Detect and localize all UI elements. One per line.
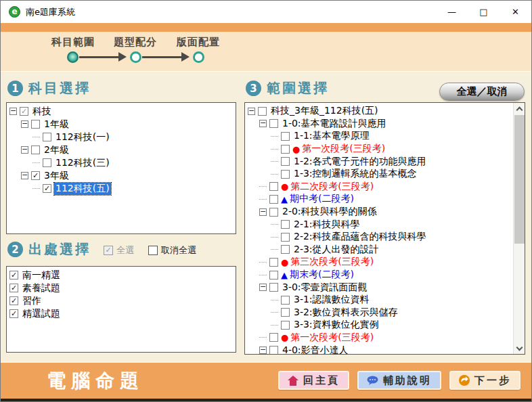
next-step-button[interactable]: 下一步 (449, 371, 520, 390)
source-list-item[interactable]: ✓ 習作 (7, 294, 236, 307)
expander-icon[interactable] (259, 262, 267, 263)
checkbox[interactable] (269, 271, 278, 280)
scroll-down-icon[interactable] (514, 342, 525, 354)
tree-label[interactable]: 112科技(三) (54, 157, 111, 169)
range-tree-row[interactable]: − 科技_3年級_112科技(五) (245, 105, 513, 118)
expander-icon[interactable] (32, 137, 40, 137)
range-tree-row[interactable]: 1-1:基本電學原理 (245, 130, 513, 143)
maximize-icon[interactable]: □ (468, 1, 500, 23)
checkbox[interactable] (281, 157, 290, 166)
select-all-toggle-button[interactable]: 全選／取消 (439, 83, 525, 101)
expander-icon[interactable] (271, 149, 278, 150)
range-tree-row[interactable]: ● 第二次段考(三段考) (245, 181, 513, 194)
checkbox[interactable] (269, 283, 278, 292)
tree-label[interactable]: 第二次段考(三段考) (289, 181, 375, 193)
subject-tree-row[interactable]: 112科技(三) (7, 156, 236, 169)
expander-icon[interactable] (32, 162, 40, 163)
expander-icon[interactable]: − (259, 347, 267, 354)
deselect-all-checkbox[interactable] (148, 246, 158, 255)
tree-label[interactable]: 科技_3年級_112科技(五) (269, 105, 380, 117)
checkbox[interactable]: ✓ (20, 107, 28, 116)
tree-label[interactable]: 第一次段考(三段考) (301, 143, 386, 155)
subject-tree-row[interactable]: − ✓ 3年級 (7, 169, 236, 182)
scrollbar[interactable] (513, 103, 525, 354)
expander-icon[interactable] (271, 237, 278, 238)
checkbox[interactable] (269, 195, 278, 204)
step-circle-2[interactable] (130, 51, 141, 63)
expander-icon[interactable]: − (21, 120, 28, 128)
tree-label[interactable]: 1-1:基本電學原理 (292, 130, 371, 142)
range-tree-row[interactable]: ● 第一次段考(三段考) (245, 332, 513, 344)
tree-label[interactable]: 2-0:科技與科學的關係 (281, 206, 378, 218)
subject-tree-row[interactable]: − 1年級 (7, 118, 236, 131)
source-label[interactable]: 素養試題 (21, 282, 62, 294)
tree-label[interactable]: 2-1:科技與科學 (292, 219, 361, 231)
range-tree-row[interactable]: 2-2:科技產品蘊含的科技與科學 (245, 231, 513, 244)
expander-icon[interactable] (259, 199, 267, 200)
scroll-up-icon[interactable] (514, 103, 525, 114)
checkbox[interactable] (281, 145, 290, 154)
help-button[interactable]: 輔助說明 (357, 371, 441, 390)
range-tree-row[interactable]: ▲ 期末考(二段考) (245, 269, 513, 282)
tree-label[interactable]: 3-0:零壹資訊面面觀 (281, 282, 369, 294)
tree-label[interactable]: 1-3:控制邏輯系統的基本概念 (292, 168, 418, 180)
checkbox[interactable] (281, 308, 290, 317)
expander-icon[interactable]: − (248, 108, 255, 115)
expander-icon[interactable] (271, 249, 278, 250)
tree-label[interactable]: 1年級 (43, 118, 70, 131)
tree-label[interactable]: 112科技(五) (54, 183, 111, 195)
tree-label[interactable]: 科技 (31, 106, 53, 118)
home-button[interactable]: 回主頁 (278, 371, 349, 390)
tree-label[interactable]: 期末考(二段考) (288, 269, 355, 281)
checkbox[interactable] (281, 220, 290, 229)
source-label[interactable]: 習作 (21, 295, 43, 307)
range-tree-row[interactable]: − 3-0:零壹資訊面面觀 (245, 281, 513, 294)
checkbox[interactable] (269, 208, 278, 217)
tree-label[interactable]: 3-3:資料數位化實例 (292, 319, 380, 331)
checkbox[interactable] (269, 119, 278, 128)
subject-tree-row[interactable]: ✓ 112科技(五) (7, 182, 236, 195)
source-list-item[interactable]: ✓ 精選試題 (7, 307, 236, 320)
range-tree-row[interactable]: 3-2:數位資料表示與儲存 (245, 307, 513, 319)
expander-icon[interactable]: − (259, 120, 267, 127)
tree-label[interactable]: 1-2:各式電子元件的功能與應用 (292, 156, 428, 168)
expander-icon[interactable] (32, 188, 40, 189)
range-tree-row[interactable]: 3-3:資料數位化實例 (245, 319, 513, 332)
tree-label[interactable]: 3-2:數位資料表示與儲存 (292, 307, 399, 319)
tree-label[interactable]: 3-1:認識數位資料 (292, 294, 371, 306)
tree-label[interactable]: 112科技(一) (54, 131, 111, 143)
tree-label[interactable]: 2-3:從人出發的設計 (292, 244, 380, 256)
deselect-all-label[interactable]: 取消全選 (161, 244, 196, 256)
checkbox[interactable] (269, 258, 278, 267)
step-circle-1[interactable] (67, 51, 79, 63)
checkbox[interactable] (43, 158, 51, 167)
checkbox[interactable] (269, 346, 278, 355)
checkbox[interactable] (43, 133, 51, 141)
tree-label[interactable]: 2年級 (43, 144, 70, 156)
expander-icon[interactable]: − (21, 172, 28, 179)
checkbox[interactable] (281, 132, 290, 141)
subject-tree-row[interactable]: 112科技(一) (7, 131, 236, 143)
checkbox[interactable]: ✓ (9, 271, 18, 280)
checkbox[interactable] (31, 120, 40, 129)
checkbox[interactable]: ✓ (31, 171, 40, 180)
tree-label[interactable]: 第三次段考(三段考) (289, 256, 375, 268)
step-circle-3[interactable] (193, 51, 204, 63)
source-label[interactable]: 南一精選 (21, 269, 62, 282)
checkbox[interactable] (281, 321, 290, 330)
subject-tree-row[interactable]: − 2年級 (7, 143, 236, 156)
expander-icon[interactable] (259, 275, 267, 275)
source-label[interactable]: 精選試題 (21, 308, 62, 320)
source-list-item[interactable]: ✓ 素養試題 (7, 282, 236, 294)
expander-icon[interactable] (271, 136, 278, 137)
expander-icon[interactable] (271, 224, 278, 225)
select-all-label[interactable]: 全選 (116, 244, 134, 256)
checkbox[interactable] (281, 296, 290, 305)
expander-icon[interactable] (259, 337, 267, 338)
checkbox[interactable]: ✓ (43, 184, 51, 193)
expander-icon[interactable]: − (9, 108, 17, 115)
tree-label[interactable]: 4-0:影音小達人 (281, 344, 350, 355)
subject-tree-row[interactable]: − ✓ 科技 (7, 105, 236, 118)
checkbox[interactable]: ✓ (9, 296, 18, 305)
range-tree-row[interactable]: ● 第一次段考(三段考) (245, 143, 513, 156)
